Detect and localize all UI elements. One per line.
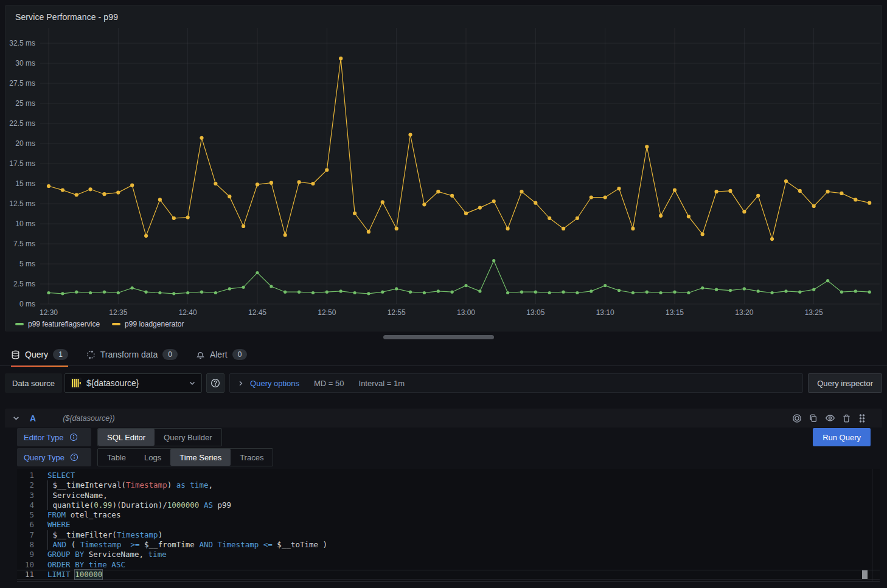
disable-query-icon[interactable] <box>792 413 802 423</box>
code-line-1[interactable]: 1SELECT <box>17 471 880 480</box>
query-type-table[interactable]: Table <box>98 449 135 466</box>
code-token: time <box>190 480 208 490</box>
svg-text:13:05: 13:05 <box>526 308 544 317</box>
query-options-bar[interactable]: Query options MD = 50 Interval = 1m <box>229 373 803 393</box>
tab-label: Alert <box>210 350 228 359</box>
panel-edit-tabs: Query 1 Transform data 0 Alert 0 <box>5 344 247 365</box>
question-circle-icon <box>210 378 220 388</box>
datasource-picker[interactable]: ${datasource} <box>64 373 202 393</box>
bell-icon <box>196 350 205 359</box>
svg-text:20 ms: 20 ms <box>15 139 35 148</box>
query-inspector-button[interactable]: Query inspector <box>808 373 882 393</box>
editor-type-sql-editor[interactable]: SQL Editor <box>98 429 155 446</box>
svg-text:32.5 ms: 32.5 ms <box>9 39 35 47</box>
duplicate-query-icon[interactable] <box>809 413 818 423</box>
code-token: <= <box>263 540 273 550</box>
datasource-label: Data source <box>5 373 62 393</box>
chart-legend: p99 featureflagservice p99 loadgenerator <box>15 320 184 328</box>
code-token: otel_traces <box>66 510 120 520</box>
code-line-8[interactable]: 8 AND ( Timestamp >= $__fromTime AND Tim… <box>17 540 880 550</box>
collapse-chevron-icon[interactable] <box>12 414 20 422</box>
clickhouse-logo-icon <box>71 378 82 389</box>
query-row-actions <box>792 413 875 423</box>
code-token: AND <box>53 540 67 550</box>
svg-text:13:25: 13:25 <box>805 308 823 317</box>
svg-text:12:50: 12:50 <box>318 308 336 317</box>
series-p99-loadgenerator <box>47 57 871 241</box>
chevron-right-icon <box>237 380 244 387</box>
legend-swatch-yellow <box>112 323 120 325</box>
remove-query-trash-icon[interactable] <box>842 413 851 423</box>
code-token: AS <box>204 500 213 510</box>
code-line-3[interactable]: 3 ServiceName, <box>17 491 880 500</box>
run-query-button[interactable]: Run Query <box>813 428 871 446</box>
tab-query[interactable]: Query 1 <box>11 344 68 365</box>
query-type-time-series[interactable]: Time Series <box>170 449 231 466</box>
info-circle-icon[interactable] <box>70 453 78 462</box>
code-token: ) <box>158 530 163 540</box>
code-token: )(Duration)/ <box>112 500 167 510</box>
legend-item-featureflagservice[interactable]: p99 featureflagservice <box>15 320 100 328</box>
svg-text:27.5 ms: 27.5 ms <box>9 79 35 88</box>
svg-text:0 ms: 0 ms <box>19 300 35 308</box>
svg-text:12:30: 12:30 <box>40 308 58 317</box>
code-line-2[interactable]: 2 $__timeInterval(Timestamp) as time, <box>17 480 880 490</box>
tab-count-badge: 0 <box>232 349 248 360</box>
svg-text:15 ms: 15 ms <box>15 179 35 188</box>
code-line-5[interactable]: 5FROM otel_traces <box>17 510 880 520</box>
code-token: p99 <box>213 500 231 510</box>
line-number: 7 <box>17 530 34 540</box>
code-token: Timestamp <box>218 540 259 550</box>
query-options-link[interactable]: Query options <box>250 379 299 388</box>
code-token <box>71 570 75 579</box>
query-type-logs[interactable]: Logs <box>135 449 170 466</box>
tab-transform-data[interactable]: Transform data 0 <box>86 344 178 365</box>
code-line-7[interactable]: 7 $__timeFilter(Timestamp) <box>17 530 880 540</box>
chevron-down-icon <box>189 379 196 387</box>
svg-text:2.5 ms: 2.5 ms <box>13 280 35 288</box>
tabbar-divider <box>0 365 887 366</box>
tab-alert[interactable]: Alert 0 <box>196 344 247 365</box>
drag-handle-icon[interactable] <box>858 413 866 423</box>
editor-type-label: Editor Type <box>24 433 64 442</box>
datasource-help-button[interactable] <box>206 373 224 393</box>
code-token: $__fromTime <box>140 540 200 550</box>
code-line-9[interactable]: 9GROUP BY ServiceName, time <box>17 550 880 559</box>
code-token <box>259 540 263 550</box>
code-token: Timestamp <box>126 480 167 490</box>
query-ref-id: A <box>30 413 36 423</box>
query-type-chip: Query Type <box>17 448 91 466</box>
code-token: $__timeFilter( <box>48 530 117 540</box>
editor-type-query-builder[interactable]: Query Builder <box>155 429 221 446</box>
code-token <box>213 540 218 550</box>
code-token: 1000000 <box>167 500 200 510</box>
code-token: Timestamp <box>117 530 158 540</box>
horizontal-scrollbar-thumb[interactable] <box>383 335 494 339</box>
info-circle-icon[interactable] <box>69 433 78 441</box>
code-line-4[interactable]: 4 quantile(0.99)(Duration)/1000000 AS p9… <box>17 500 880 510</box>
svg-text:22.5 ms: 22.5 ms <box>9 119 35 128</box>
tab-label: Query <box>25 350 48 359</box>
svg-text:12:45: 12:45 <box>248 308 266 317</box>
code-line-6[interactable]: 6WHERE <box>17 520 880 530</box>
code-token: GROUP BY <box>47 550 84 559</box>
query-type-label: Query Type <box>24 453 64 462</box>
query-type-traces[interactable]: Traces <box>231 449 273 466</box>
code-token: ) <box>167 480 176 490</box>
svg-text:13:00: 13:00 <box>457 308 475 317</box>
query-row-header[interactable]: A (${datasource}) <box>5 409 882 427</box>
sql-code-editor[interactable]: 1SELECT2 $__timeInterval(Timestamp) as t… <box>17 469 880 582</box>
code-line-11[interactable]: 11LIMIT 100000 <box>17 570 880 579</box>
line-number: 5 <box>17 510 34 520</box>
code-token: AND <box>199 540 213 550</box>
hide-response-eye-icon[interactable] <box>825 413 835 423</box>
code-token <box>121 540 130 550</box>
code-token: $__timeInterval( <box>48 480 126 490</box>
legend-item-loadgenerator[interactable]: p99 loadgenerator <box>112 320 184 328</box>
grid-lines <box>40 28 880 304</box>
code-line-10[interactable]: 10ORDER BY time ASC <box>17 560 880 570</box>
timeseries-chart[interactable]: 0 ms2.5 ms5 ms7.5 ms10 ms12.5 ms15 ms17.… <box>5 24 882 318</box>
editor-type-chip: Editor Type <box>17 428 91 446</box>
timeseries-panel: Service Performance - p99 0 ms2.5 ms5 ms… <box>5 5 882 331</box>
svg-text:7.5 ms: 7.5 ms <box>13 240 35 248</box>
